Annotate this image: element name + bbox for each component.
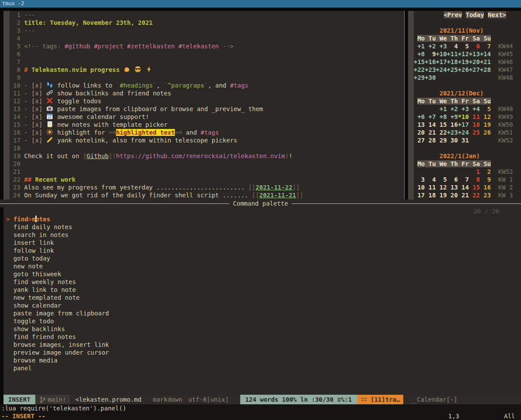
command-line[interactable]: :lua require('telekasten').panel()	[0, 404, 521, 412]
palette-item[interactable]: goto today	[3, 254, 521, 262]
calendar-day[interactable]: 5	[480, 105, 491, 113]
editor-line[interactable]: 9	[10, 74, 404, 81]
calendar-day[interactable]: +2	[425, 42, 436, 50]
palette-item[interactable]: panel	[3, 364, 521, 372]
calendar-day[interactable]: 19	[480, 121, 491, 129]
calendar-day[interactable]: +28	[480, 66, 491, 74]
calendar-day[interactable]: +14	[480, 50, 491, 58]
calendar-day[interactable]: 20	[414, 129, 425, 136]
calendar-day[interactable]: +8	[436, 113, 447, 121]
editor-line[interactable]: 3---	[10, 27, 404, 34]
editor-line[interactable]: 21	[10, 168, 404, 176]
editor-line[interactable]: 10- [x] follow links to `#headings`, `^p…	[10, 81, 404, 89]
calendar-day[interactable]: +3	[436, 42, 447, 50]
palette-item[interactable]: toggle todo	[3, 317, 521, 325]
palette-item[interactable]: browse images, insert link	[3, 341, 521, 349]
calendar-day[interactable]: +21	[480, 58, 491, 66]
calendar-day[interactable]: 18	[469, 121, 480, 129]
calendar-day[interactable]: 21	[425, 129, 436, 136]
calendar-day[interactable]: +10	[436, 50, 447, 58]
calendar-day[interactable]: 25	[469, 129, 480, 136]
calendar-day[interactable]: +2	[447, 105, 458, 113]
palette-item[interactable]: browse media	[3, 356, 521, 364]
editor-line[interactable]: 22## Recent work	[10, 176, 404, 183]
calendar-scrollbar[interactable]	[408, 11, 414, 200]
calendar-day[interactable]: +13	[469, 50, 480, 58]
calendar-day[interactable]: 7	[480, 42, 491, 50]
calendar-day[interactable]: 14	[458, 183, 469, 191]
calendar-day[interactable]: 16	[447, 121, 458, 129]
calendar-day[interactable]: +1	[436, 105, 447, 113]
calendar-day[interactable]: 28	[425, 136, 436, 144]
calendar-day[interactable]: +12	[458, 50, 469, 58]
calendar-day[interactable]: +15	[414, 58, 425, 66]
editor-line[interactable]: 8# Telekasten.nvim progress	[10, 66, 404, 74]
git-branch-segment[interactable]: main!	[35, 395, 70, 404]
calendar-day[interactable]: 18	[425, 191, 436, 199]
calendar-day[interactable]: +25	[447, 66, 458, 74]
calendar-day[interactable]: 2	[480, 168, 491, 176]
editor-line[interactable]: 7	[10, 58, 404, 66]
calendar-day[interactable]: 3	[414, 176, 425, 183]
calendar-day[interactable]: 27	[414, 136, 425, 144]
calendar-day[interactable]: +23	[447, 129, 458, 136]
palette-item[interactable]: show calendar	[3, 301, 521, 309]
palette-item[interactable]: new templated note	[3, 294, 521, 301]
palette-item[interactable]: show backlinks	[3, 325, 521, 333]
calendar-day[interactable]: +30	[425, 74, 436, 81]
calendar-day[interactable]: +11	[447, 50, 458, 58]
calendar-day[interactable]: +24	[436, 66, 447, 74]
calendar-day[interactable]: +19	[458, 58, 469, 66]
calendar-prev-button[interactable]: <Prev	[444, 11, 462, 18]
calendar-day[interactable]: +18	[447, 58, 458, 66]
calendar-day[interactable]: +7	[425, 113, 436, 121]
calendar-today-button[interactable]: Today	[466, 11, 484, 18]
calendar-day[interactable]: +17	[458, 121, 469, 129]
calendar-day[interactable]: 14	[425, 121, 436, 129]
editor-line[interactable]: 23Also see my progress from yesterday ..…	[10, 183, 404, 191]
palette-item[interactable]: follow link	[3, 247, 521, 254]
calendar-day[interactable]: +17	[436, 58, 447, 66]
calendar-day[interactable]: +16	[425, 58, 436, 66]
palette-item[interactable]: goto thisweek	[3, 270, 521, 278]
calendar-day[interactable]: 4	[447, 42, 458, 50]
calendar-day[interactable]: 7	[458, 176, 469, 183]
palette-item[interactable]: yank link to note	[3, 286, 521, 294]
calendar-day[interactable]: +8	[414, 50, 425, 58]
calendar-day[interactable]: 4	[425, 176, 436, 183]
calendar-day[interactable]: 5	[458, 42, 469, 50]
calendar-day[interactable]: 13	[447, 183, 458, 191]
calendar-day[interactable]: *10	[458, 113, 469, 121]
calendar-day[interactable]: 15	[436, 121, 447, 129]
calendar-day[interactable]: 13	[414, 121, 425, 129]
palette-item[interactable]: preview image under cursor	[3, 349, 521, 356]
calendar-day[interactable]: 22	[469, 191, 480, 199]
palette-item[interactable]: insert link	[3, 239, 521, 247]
calendar-day[interactable]: +6	[414, 113, 425, 121]
calendar-day[interactable]: 8	[469, 176, 480, 183]
palette-item[interactable]: paste image from clipboard	[3, 309, 521, 317]
editor-line[interactable]: 14- [x] 17 awesome calendar support!	[10, 113, 404, 121]
calendar-day[interactable]: 9	[480, 176, 491, 183]
calendar-day[interactable]: 11	[469, 113, 480, 121]
editor-line[interactable]: 5<!-- tags: #github #project #zettelkast…	[10, 42, 404, 50]
calendar-day[interactable]: +23	[425, 66, 436, 74]
calendar-day[interactable]: 9	[425, 50, 436, 58]
calendar-day[interactable]: +9	[447, 113, 458, 121]
editor-line[interactable]: 11- [x] show backlinks and friend notes	[10, 89, 404, 97]
calendar-day[interactable]: 20	[447, 191, 458, 199]
editor-line[interactable]: 4	[10, 34, 404, 42]
editor-line[interactable]: 13- [x] paste images from clipboard or b…	[10, 105, 404, 113]
calendar-day[interactable]: +3	[458, 105, 469, 113]
palette-prompt[interactable]: > 20 / 20	[3, 207, 521, 215]
editor-line[interactable]: 12- [x] toggle todos	[10, 97, 404, 105]
palette-item[interactable]: >find notes	[3, 215, 521, 223]
palette-item[interactable]: find friend notes	[3, 333, 521, 341]
calendar-day[interactable]: +22	[414, 66, 425, 74]
editor-line[interactable]: 15- [x] new notes with template picker	[10, 121, 404, 129]
palette-item[interactable]: search in notes	[3, 231, 521, 239]
editor-line[interactable]: 17- [x] yank notelink, also from within …	[10, 136, 404, 144]
palette-item[interactable]: find weekly notes	[3, 278, 521, 286]
calendar-day[interactable]: +24	[458, 129, 469, 136]
calendar-day[interactable]: 26	[480, 129, 491, 136]
